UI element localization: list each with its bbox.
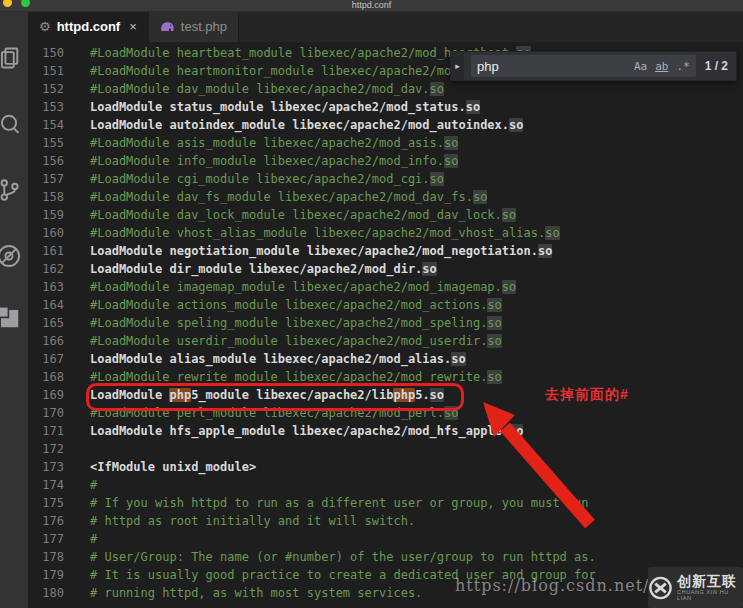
code-line[interactable]: 164#LoadModule actions_module libexec/ap… [28,296,743,314]
line-number: 180 [28,584,64,602]
code-text: #LoadModule dav_fs_module libexec/apache… [90,190,487,204]
code-line[interactable]: 163#LoadModule imagemap_module libexec/a… [28,278,743,296]
code-text: #LoadModule asis_module libexec/apache2/… [90,136,458,150]
extensions-icon[interactable] [0,305,22,331]
line-number: 156 [28,152,64,170]
code-line[interactable]: 166#LoadModule userdir_module libexec/ap… [28,332,743,350]
code-text: LoadModule alias_module libexec/apache2/… [90,352,466,366]
line-number: 170 [28,404,64,422]
watermark-logo: 创新互联 CHUANG XIN HU LIAN [648,567,743,608]
line-number: 160 [28,224,64,242]
close-icon[interactable]: × [129,19,137,34]
annotation-note: 去掉前面的# [545,386,629,404]
code-line[interactable]: 175# If you wish httpd to run as a diffe… [28,494,743,512]
line-number: 163 [28,278,64,296]
line-number: 176 [28,512,64,530]
code-text: #LoadModule perl_module libexec/apache2/… [90,406,458,420]
code-line[interactable]: 177# [28,530,743,548]
code-lines-container: 150#LoadModule heartbeat_module libexec/… [28,44,743,602]
code-line[interactable]: 161LoadModule negotiation_module libexec… [28,242,743,260]
find-input[interactable]: php Aa ab .* [471,55,696,77]
line-number: 173 [28,458,64,476]
code-line[interactable]: 172 [28,440,743,458]
code-line[interactable]: 156#LoadModule info_module libexec/apach… [28,152,743,170]
code-text: LoadModule php5_module libexec/apache2/l… [90,388,444,402]
line-number: 169 [28,386,64,404]
code-line[interactable]: 173<IfModule unixd_module> [28,458,743,476]
line-number: 175 [28,494,64,512]
code-text: LoadModule autoindex_module libexec/apac… [90,118,523,132]
line-number: 150 [28,44,64,62]
code-line[interactable]: 170#LoadModule perl_module libexec/apach… [28,404,743,422]
code-line[interactable]: 176# httpd as root initially and it will… [28,512,743,530]
code-line[interactable]: 178# User/Group: The name (or #number) o… [28,548,743,566]
find-query-text[interactable]: php [477,59,626,74]
line-number: 159 [28,206,64,224]
line-number: 166 [28,332,64,350]
line-number: 177 [28,530,64,548]
logo-title: 创新互联 [677,574,743,588]
code-text: <IfModule unixd_module> [90,460,256,474]
source-control-icon[interactable] [0,177,22,203]
code-text: #LoadModule actions_module libexec/apach… [90,298,502,312]
tab-httpd-conf[interactable]: ⚙ httpd.conf × [28,11,149,42]
code-editor[interactable]: 150#LoadModule heartbeat_module libexec/… [28,42,743,608]
code-line[interactable]: 155#LoadModule asis_module libexec/apach… [28,134,743,152]
code-text: # If you wish httpd to run as a differen… [90,496,589,510]
line-number: 168 [28,368,64,386]
code-line[interactable]: 167LoadModule alias_module libexec/apach… [28,350,743,368]
tab-test-php[interactable]: test.php [149,11,239,42]
whole-word-toggle[interactable]: ab [655,60,668,73]
find-widget: ▸ php Aa ab .* 1 / 2 [450,51,737,81]
code-line[interactable]: 159#LoadModule dav_lock_module libexec/a… [28,206,743,224]
files-icon[interactable] [0,45,22,71]
code-text: #LoadModule cgi_module libexec/apache2/m… [90,172,444,186]
code-line[interactable]: 168#LoadModule rewrite_module libexec/ap… [28,368,743,386]
match-case-toggle[interactable]: Aa [634,60,647,73]
title-bar: httpd.conf [0,0,743,12]
gear-icon: ⚙ [39,19,51,34]
line-number: 167 [28,350,64,368]
tab-label: test.php [181,19,227,34]
tab-bar: ⚙ httpd.conf × test.php [28,11,743,42]
line-number: 158 [28,188,64,206]
code-line[interactable]: 162LoadModule dir_module libexec/apache2… [28,260,743,278]
code-text: # running httpd, as with most system ser… [90,586,422,600]
code-text: #LoadModule speling_module libexec/apach… [90,316,502,330]
code-line[interactable]: 152#LoadModule dav_module libexec/apache… [28,80,743,98]
code-line[interactable]: 169LoadModule php5_module libexec/apache… [28,386,743,404]
code-line[interactable]: 157#LoadModule cgi_module libexec/apache… [28,170,743,188]
line-number: 161 [28,242,64,260]
debug-icon[interactable] [0,243,22,269]
code-text: #LoadModule dav_module libexec/apache2/m… [90,82,444,96]
code-text: #LoadModule rewrite_module libexec/apach… [90,370,502,384]
code-text: #LoadModule info_module libexec/apache2/… [90,154,458,168]
search-icon[interactable] [0,111,22,137]
code-text: # User/Group: The name (or #number) of t… [90,550,596,564]
code-line[interactable]: 171LoadModule hfs_apple_module libexec/a… [28,422,743,440]
php-icon [160,20,175,33]
activity-bar [0,11,28,608]
code-text: #LoadModule dav_lock_module libexec/apac… [90,208,516,222]
code-line[interactable]: 154LoadModule autoindex_module libexec/a… [28,116,743,134]
line-number: 165 [28,314,64,332]
code-text: #LoadModule vhost_alias_module libexec/a… [90,226,560,240]
window-title: httpd.conf [0,0,743,11]
code-line[interactable]: 165#LoadModule speling_module libexec/ap… [28,314,743,332]
tab-label: httpd.conf [57,19,121,34]
code-line[interactable]: 174# [28,476,743,494]
code-line[interactable]: 160#LoadModule vhost_alias_module libexe… [28,224,743,242]
code-text: #LoadModule userdir_module libexec/apach… [90,334,502,348]
line-number: 172 [28,440,64,458]
code-text: LoadModule negotiation_module libexec/ap… [90,244,552,258]
line-number: 153 [28,98,64,116]
find-results-count: 1 / 2 [705,59,728,73]
line-number: 179 [28,566,64,584]
regex-toggle[interactable]: .* [676,60,689,73]
code-line[interactable]: 153LoadModule status_module libexec/apac… [28,98,743,116]
logo-subtitle: CHUANG XIN HU LIAN [677,590,743,601]
code-text: # [90,532,97,546]
line-number: 174 [28,476,64,494]
find-collapse-toggle[interactable]: ▸ [451,52,464,80]
code-line[interactable]: 158#LoadModule dav_fs_module libexec/apa… [28,188,743,206]
